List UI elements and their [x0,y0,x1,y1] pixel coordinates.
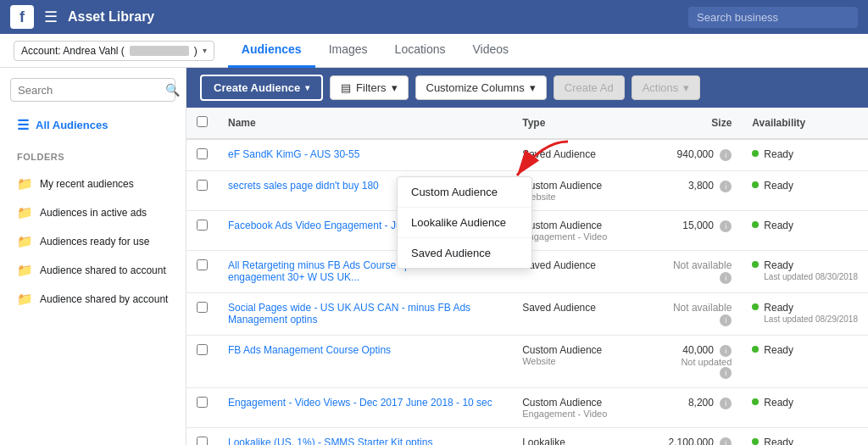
top-nav: f ☰ Asset Library [0,0,868,34]
header-name: Name [218,108,512,139]
folder-label: Audiences ready for use [40,236,149,248]
info-icon[interactable]: i [720,272,732,284]
row-type-cell: Custom AudienceWebsite [512,336,656,388]
folder-my-recent[interactable]: 📁 My recent audiences [10,170,175,197]
table-row: Social Pages wide - US UK AUS CAN - minu… [186,293,868,336]
row-type-cell: Custom AudienceEngagement - Video [512,388,656,428]
type-primary: Custom Audience [522,220,646,231]
tab-images[interactable]: Images [315,34,381,68]
row-checkbox[interactable] [197,220,208,231]
row-name-cell: eF SandK KimG - AUS 30-55 [218,139,512,171]
type-primary: Custom Audience [522,344,646,356]
audience-name-link[interactable]: Social Pages wide - US UK AUS CAN - minu… [228,302,470,325]
row-size-cell: 8,200 i [656,388,742,428]
customize-columns-button[interactable]: Customize Columns ▾ [415,75,547,100]
row-checkbox[interactable] [197,344,208,355]
audience-name-link[interactable]: Engagement - Video Views - Dec 2017 June… [228,397,492,409]
info-icon-note[interactable]: i [720,367,732,379]
account-close-paren: ) [194,45,198,57]
folder-shared-to[interactable]: 📁 Audience shared to account [10,257,175,284]
availability-status: Ready [752,344,858,356]
availability-label: Ready [764,344,793,356]
type-primary: Saved Audience [522,302,646,314]
tab-videos[interactable]: Videos [459,34,523,68]
availability-status: Ready [752,180,858,192]
size-value: 2,100,000 [669,437,714,445]
info-icon[interactable]: i [720,181,732,192]
folder-ready[interactable]: 📁 Audiences ready for use [10,228,175,255]
filters-button[interactable]: ▤ Filters ▾ [330,75,408,100]
availability-label: Ready [764,220,793,231]
availability-label: Ready [764,180,793,192]
status-dot [752,181,759,188]
status-dot [752,150,759,157]
info-icon[interactable]: i [720,345,732,357]
table-row: FB Ads Management Course OptinsCustom Au… [186,336,868,388]
audience-name-link[interactable]: FB Ads Management Course Optins [228,344,391,356]
list-icon: ☰ [17,117,29,133]
row-type-cell: LookalikeCustom Audience:SMMS Starter Ki… [512,428,656,446]
fb-logo: f [10,5,34,29]
tab-audiences[interactable]: Audiences [228,34,315,68]
status-dot [752,398,759,405]
folder-shared-by[interactable]: 📁 Audience shared by account [10,286,175,313]
table-header-row: Name Type Size Availability [186,108,868,139]
type-primary: Saved Audience [522,259,646,271]
folder-icon: 📁 [17,234,33,249]
folders-label: FOLDERS [10,148,175,165]
availability-label: Ready [764,148,793,160]
row-checkbox-cell [186,251,218,293]
create-ad-button[interactable]: Create Ad [554,75,625,100]
dropdown-item-custom[interactable]: Custom Audience [398,177,531,208]
header-type: Type [512,108,656,139]
all-audiences-label: All Audiences [36,119,108,131]
account-chevron-icon: ▾ [203,46,207,55]
tab-locations[interactable]: Locations [381,34,459,68]
row-checkbox[interactable] [197,302,208,313]
actions-button[interactable]: Actions ▾ [632,75,701,100]
row-checkbox[interactable] [197,397,208,408]
search-input-nav[interactable] [688,7,858,28]
info-icon[interactable]: i [720,437,732,445]
row-checkbox[interactable] [197,180,208,191]
folder-icon: 📁 [17,205,33,220]
sub-nav-tabs: Audiences Images Locations Videos [228,34,854,68]
info-icon[interactable]: i [720,220,732,232]
actions-chevron-icon: ▾ [683,81,689,94]
sidebar-search-input[interactable] [18,84,160,97]
audience-name-link[interactable]: Lookalike (US, 1%) - SMMS Starter Kit op… [228,437,432,445]
row-availability-cell: Ready Last updated 08/29/2018 [742,293,868,336]
info-icon[interactable]: i [720,314,732,326]
row-type-cell: Saved Audience [512,251,656,293]
hamburger-icon[interactable]: ☰ [44,8,58,26]
row-size-cell: 15,000 i [656,211,742,251]
select-all-checkbox[interactable] [197,116,208,127]
create-audience-button[interactable]: Create Audience ▾ [200,75,323,101]
info-icon[interactable]: i [720,398,732,409]
availability-status: Ready [752,148,858,160]
toolbar: Create Audience ▾ ▤ Filters ▾ Customize … [186,68,868,108]
row-size-cell: 2,100,000 i [656,428,742,446]
nav-title: Asset Library [68,9,678,25]
status-dot [752,438,759,445]
row-checkbox[interactable] [197,148,208,159]
table-row: Lookalike (US, 1%) - SMMS Starter Kit op… [186,428,868,446]
row-type-cell: Saved Audience [512,293,656,336]
row-type-cell: Custom AudienceEngagement - Video [512,211,656,251]
row-checkbox[interactable] [197,259,208,270]
audience-name-link[interactable]: secrets sales page didn't buy 180 [228,180,379,192]
dropdown-item-lookalike[interactable]: Lookalike Audience [398,208,531,238]
info-icon[interactable]: i [720,149,732,161]
all-audiences-button[interactable]: ☰ All Audiences [10,112,175,138]
create-audience-chevron-icon: ▾ [305,83,309,92]
row-checkbox[interactable] [197,437,208,445]
row-availability-cell: Ready [742,336,868,388]
dropdown-item-saved[interactable]: Saved Audience [398,238,531,268]
folder-label: My recent audiences [40,178,134,190]
account-selector[interactable]: Account: Andrea Vahl ( ) ▾ [14,41,214,61]
header-checkbox [186,108,218,139]
header-size: Size [656,108,742,139]
audience-name-link[interactable]: eF SandK KimG - AUS 30-55 [228,148,359,160]
folder-active-ads[interactable]: 📁 Audiences in active ads [10,199,175,226]
sidebar: 🔍 ☰ All Audiences FOLDERS 📁 My recent au… [0,68,186,445]
